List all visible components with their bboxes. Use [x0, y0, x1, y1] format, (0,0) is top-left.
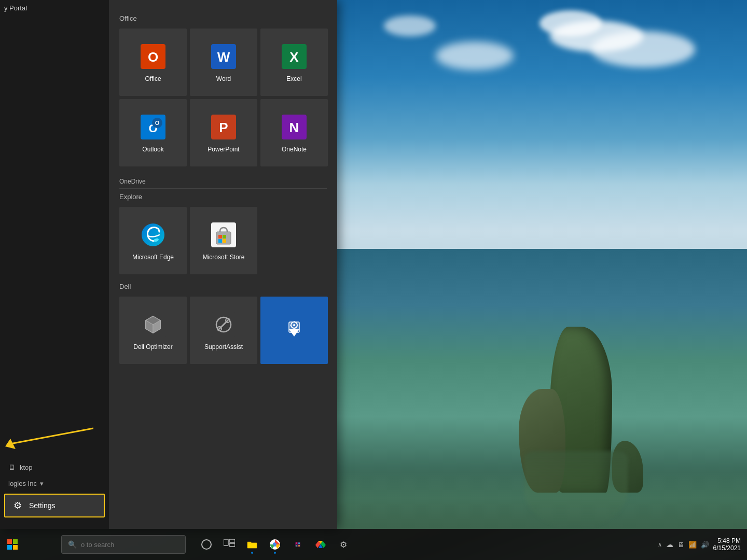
folder-icon [246, 539, 258, 550]
edge-icon [141, 222, 165, 247]
volume-icon[interactable]: 🔊 [701, 541, 709, 549]
search-input[interactable] [81, 541, 179, 549]
svg-point-57 [298, 545, 300, 547]
sidebar-item-technologies[interactable]: logies Inc ▾ [0, 475, 109, 492]
app-tile-word[interactable]: W Word [190, 29, 257, 96]
office-icon-wrapper: O [139, 42, 168, 71]
excel-icon-wrapper: X [280, 42, 309, 71]
outlook-icon-wrapper: O O [139, 113, 168, 142]
sidebar-item-desktop[interactable]: 🖥 ktop [0, 459, 109, 475]
office-section-label: Office [119, 15, 327, 22]
cloud-2 [540, 10, 602, 36]
explore-apps-grid: Microsoft Edge [119, 207, 327, 274]
app-tile-excel[interactable]: X Excel [260, 29, 328, 96]
app-tile-office[interactable]: O Office [119, 29, 187, 96]
google-drive-button[interactable] [310, 534, 331, 555]
svg-rect-44 [13, 545, 18, 550]
file-explorer-button[interactable] [242, 534, 262, 555]
dell-optimizer-icon-wrapper [139, 310, 168, 339]
taskbar-search-bar[interactable]: 🔍 [61, 535, 186, 554]
app-tile-dell-optimizer[interactable]: Dell Optimizer [119, 297, 187, 364]
taskbar-icons-group: ⚙ [196, 534, 354, 555]
svg-point-36 [293, 324, 295, 326]
office-apps-grid: O Office W Word [119, 29, 327, 166]
svg-point-52 [273, 543, 276, 546]
store-icon-wrapper [209, 220, 238, 249]
svg-rect-42 [13, 539, 18, 544]
dell-update-icon [282, 318, 307, 343]
dell-optimizer-icon [141, 312, 165, 337]
svg-rect-23 [223, 239, 226, 243]
svg-rect-41 [7, 539, 12, 544]
app-tile-dell-update[interactable] [260, 297, 328, 364]
svg-point-45 [202, 540, 211, 549]
rock-reflection [524, 451, 628, 529]
start-content: Office O Office W [109, 0, 337, 441]
onenote-icon-wrapper: N [280, 113, 309, 142]
gear-taskbar-icon: ⚙ [340, 540, 347, 550]
cloud-5 [384, 16, 436, 36]
start-menu: y Portal 🖥 ktop logies Inc ▾ ⚙ Settings … [0, 0, 337, 529]
svg-text:X: X [289, 49, 299, 65]
svg-rect-22 [218, 239, 222, 243]
chrome-button[interactable] [265, 534, 285, 555]
app-tile-store[interactable]: Microsoft Store [190, 207, 257, 274]
outlook-icon: O O [141, 115, 165, 139]
explore-section-label: Explore [119, 193, 327, 201]
excel-icon: X [282, 44, 307, 69]
sidebar-item-settings[interactable]: ⚙ Settings [4, 494, 105, 517]
monitor-icon[interactable]: 🖥 [677, 541, 684, 549]
file-explorer-active-indicator [251, 552, 253, 554]
svg-rect-48 [229, 543, 235, 547]
settings-arrow-indicator [0, 402, 93, 456]
system-tray: ∧ ☁ 🖥 📶 🔊 5:48 PM 6/15/2021 [658, 537, 747, 552]
svg-rect-43 [7, 545, 12, 550]
dell-apps-grid: Dell Optimizer SupportAssist [119, 297, 327, 364]
store-label: Microsoft Store [203, 254, 245, 261]
supportassist-icon-wrapper [209, 310, 238, 339]
powerpoint-icon-wrapper: P [209, 113, 238, 142]
expand-tray-icon[interactable]: ∧ [658, 541, 662, 548]
clock-display[interactable]: 5:48 PM 6/15/2021 [713, 537, 741, 552]
outlook-label: Outlook [142, 146, 163, 153]
svg-point-54 [296, 542, 297, 544]
office-label: Office [145, 75, 161, 82]
app-tile-outlook[interactable]: O O Outlook [119, 99, 187, 166]
start-button[interactable] [0, 529, 25, 560]
onenote-icon: N [282, 115, 307, 139]
svg-text:P: P [219, 120, 228, 135]
cortana-search-icon-btn[interactable] [196, 534, 217, 555]
dell-update-icon-wrapper [280, 316, 309, 345]
svg-rect-21 [223, 235, 226, 239]
wifi-icon[interactable]: 📶 [688, 541, 697, 549]
settings-label: Settings [29, 501, 56, 510]
slack-button[interactable] [287, 534, 308, 555]
cloud-3 [591, 31, 695, 67]
chrome-icon [269, 539, 281, 550]
task-view-button[interactable] [219, 534, 240, 555]
word-icon-wrapper: W [209, 42, 238, 71]
svg-rect-47 [229, 539, 235, 542]
word-label: Word [216, 75, 231, 82]
svg-rect-20 [218, 235, 222, 239]
onedrive-label: OneDrive [119, 178, 146, 185]
app-tile-edge[interactable]: Microsoft Edge [119, 207, 187, 274]
app-tile-supportassist[interactable]: SupportAssist [190, 297, 257, 364]
svg-text:N: N [289, 120, 299, 135]
word-icon: W [211, 44, 236, 69]
gear-taskbar-button[interactable]: ⚙ [333, 534, 354, 555]
svg-rect-49 [247, 543, 257, 548]
svg-point-56 [296, 545, 297, 547]
search-icon: 🔍 [68, 540, 77, 549]
drive-icon [315, 539, 326, 550]
app-tile-onenote[interactable]: N OneNote [260, 99, 328, 166]
chevron-down-icon: ▾ [40, 480, 44, 487]
app-tile-powerpoint[interactable]: P PowerPoint [190, 99, 257, 166]
supportassist-icon [211, 312, 236, 337]
onenote-label: OneNote [282, 146, 307, 153]
store-icon [211, 222, 236, 247]
windows-logo-icon [7, 539, 18, 550]
desktop-icon: 🖥 [8, 463, 16, 471]
time-display: 5:48 PM [713, 537, 741, 544]
cloud-icon[interactable]: ☁ [666, 540, 673, 549]
